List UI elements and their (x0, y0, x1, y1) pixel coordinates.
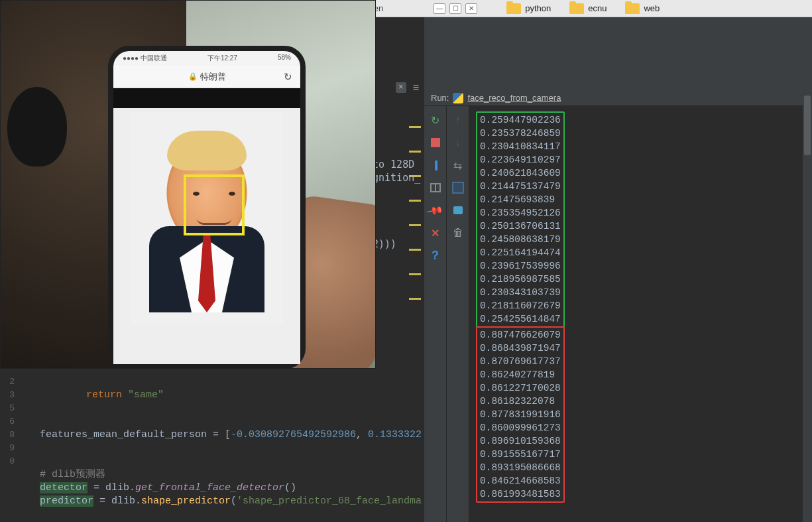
tab-menu-icon[interactable]: ≡ (413, 82, 419, 94)
phone-browser-toolbar: 🔒 特朗普 ↻ (113, 66, 300, 88)
scroll-to-end-button[interactable] (451, 182, 465, 194)
taskbar-folder-web[interactable]: web (625, 3, 660, 14)
phone-black-bar (113, 88, 300, 108)
folder-icon (569, 3, 584, 14)
output-red-block: 0.8874766260790.8684398719470.8707696177… (476, 326, 565, 503)
face-detection-box (184, 174, 245, 235)
stop-button[interactable] (429, 137, 442, 149)
run-header[interactable]: Run: face_reco_from_camera (424, 90, 812, 106)
layout-button[interactable] (429, 182, 442, 194)
up-button[interactable]: ↑ (451, 114, 465, 126)
run-toolbar-secondary: ↑ ↓ ⇆ 🗑 (447, 106, 469, 522)
tab-close-button[interactable]: × (396, 82, 406, 93)
run-console-output[interactable]: 0.2594479022360.2353782468590.2304108341… (469, 106, 812, 522)
pin-button[interactable]: 📌 (426, 202, 444, 219)
scrollbar-thumb[interactable] (804, 96, 811, 155)
close-button[interactable]: ✕ (429, 227, 442, 239)
code-body[interactable]: return "same" features_mean_default_pers… (40, 389, 422, 508)
face-photo (131, 112, 283, 324)
lock-icon: 🔒 (188, 72, 198, 81)
python-icon (453, 93, 463, 103)
scrollbar[interactable] (803, 90, 812, 522)
run-tool-window: Run: face_reco_from_camera ↻ || 📌 ✕ ? ↑ … (424, 90, 812, 522)
clear-all-button[interactable]: 🗑 (451, 227, 465, 239)
run-toolbar-primary: ↻ || 📌 ✕ ? (424, 106, 447, 522)
soft-wrap-button[interactable]: ⇆ (451, 159, 465, 171)
window-controls: — ☐ ✕ (434, 3, 477, 14)
phone-device: ●●●● 中国联通 下午12:27 58% 🔒 特朗普 ↻ (108, 46, 306, 369)
maximize-button[interactable]: ☐ (449, 3, 461, 14)
camera-preview-window: ●●●● 中国联通 下午12:27 58% 🔒 特朗普 ↻ (0, 0, 376, 369)
taskbar: chen — ☐ ✕ python ecnu web (358, 0, 812, 17)
line-number-gutter: 2 3 5 6 8 9 0 (0, 375, 20, 522)
help-button[interactable]: ? (429, 249, 442, 261)
rerun-button[interactable]: ↻ (429, 114, 442, 126)
folder-icon (506, 3, 521, 14)
down-button[interactable]: ↓ (451, 137, 465, 149)
headphone (7, 87, 67, 166)
refresh-icon[interactable]: ↻ (284, 71, 292, 83)
folder-label: ecnu (588, 3, 607, 13)
run-label: Run: (431, 93, 449, 103)
taskbar-folder-ecnu[interactable]: ecnu (569, 3, 607, 14)
folder-label: web (644, 3, 660, 13)
code-snippet-peek: to 128D gnition_ 2))) (373, 158, 420, 251)
phone-content (113, 108, 300, 364)
window-close-button[interactable]: ✕ (465, 3, 477, 14)
phone-status-bar: ●●●● 中国联通 下午12:27 58% (113, 51, 300, 66)
output-green-block: 0.2594479022360.2353782468590.2304108341… (476, 111, 565, 328)
phone-url-label: 特朗普 (200, 71, 226, 83)
taskbar-folder-python[interactable]: python (506, 3, 551, 14)
pause-button[interactable]: || (429, 159, 442, 171)
run-config-name: face_reco_from_camera (467, 93, 561, 103)
folder-icon (625, 3, 640, 14)
minimize-button[interactable]: — (434, 3, 445, 14)
print-button[interactable] (451, 204, 465, 216)
folder-label: python (525, 3, 551, 13)
